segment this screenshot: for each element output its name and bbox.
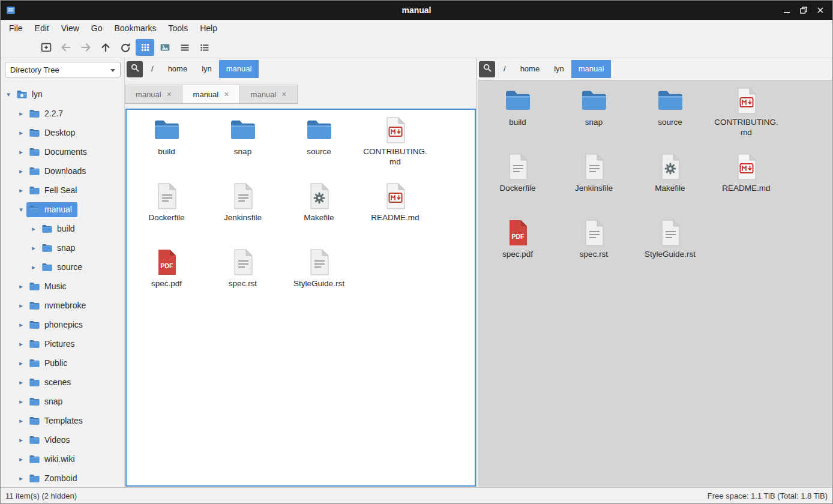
chevron-collapsed-icon[interactable]: ▸ <box>29 225 38 233</box>
file-item-source[interactable]: source <box>281 113 357 176</box>
sidebar-item-phonepics[interactable]: ▸phonepics <box>1 315 124 334</box>
reload-button[interactable] <box>116 39 134 56</box>
sidebar-item-music[interactable]: ▸Music <box>1 277 124 296</box>
right-breadcrumb-root[interactable]: / <box>496 60 513 78</box>
file-item-jenkinsfile[interactable]: Jenkinsfile <box>556 150 632 212</box>
sidebar-item-templates[interactable]: ▸Templates <box>1 411 124 430</box>
left-file-view[interactable]: buildsnapsourceCONTRIBUTING.mdDockerfile… <box>125 109 476 487</box>
menu-go[interactable]: Go <box>85 20 109 37</box>
file-item-build[interactable]: build <box>480 84 556 146</box>
tab-manual-1[interactable]: manual× <box>182 85 240 104</box>
chevron-collapsed-icon[interactable]: ▸ <box>17 359 25 367</box>
file-item-contributing-md[interactable]: CONTRIBUTING.md <box>357 113 433 176</box>
left-breadcrumb-lyn[interactable]: lyn <box>194 60 219 78</box>
sidebar-item-public[interactable]: ▸Public <box>1 353 124 373</box>
file-item-spec-pdf[interactable]: PDFspec.pdf <box>128 245 205 308</box>
sidebar-item-scenes[interactable]: ▸scenes <box>1 373 124 392</box>
file-item-styleguide-rst[interactable]: StyleGuide.rst <box>632 216 708 278</box>
restore-button[interactable] <box>795 2 812 19</box>
chevron-expanded-icon[interactable]: ▾ <box>4 91 13 98</box>
left-path-search-button[interactable] <box>127 61 143 77</box>
right-path-search-button[interactable] <box>479 61 495 77</box>
detailed-list-view-button[interactable] <box>195 39 214 56</box>
file-item-readme-md[interactable]: README.md <box>708 150 784 212</box>
sidebar-item-videos[interactable]: ▸Videos <box>1 430 124 449</box>
chevron-collapsed-icon[interactable]: ▸ <box>29 263 38 271</box>
compact-view-button[interactable] <box>175 39 194 56</box>
tab-close-icon[interactable]: × <box>281 90 286 98</box>
sidebar-item-documents[interactable]: ▸Documents <box>1 142 124 161</box>
chevron-collapsed-icon[interactable]: ▸ <box>17 475 25 482</box>
chevron-collapsed-icon[interactable]: ▸ <box>17 321 25 329</box>
right-breadcrumb-home[interactable]: home <box>513 60 547 78</box>
tab-manual-2[interactable]: manual× <box>240 85 298 104</box>
menu-bookmarks[interactable]: Bookmarks <box>108 20 162 37</box>
left-breadcrumb-root[interactable]: / <box>144 60 161 78</box>
chevron-collapsed-icon[interactable]: ▸ <box>29 244 38 252</box>
file-item-dockerfile[interactable]: Dockerfile <box>480 150 556 212</box>
thumbnail-view-button[interactable] <box>155 39 174 56</box>
sidebar-item-downloads[interactable]: ▸Downloads <box>1 161 124 181</box>
menu-file[interactable]: File <box>3 20 29 37</box>
sidebar-item-2-2-7[interactable]: ▸2.2.7 <box>1 104 124 123</box>
sidebar-item-manual[interactable]: ▾manual <box>1 200 124 219</box>
sidebar-item-pictures[interactable]: ▸Pictures <box>1 334 124 353</box>
file-item-build[interactable]: build <box>128 113 205 176</box>
file-item-dockerfile[interactable]: Dockerfile <box>128 179 205 242</box>
file-item-spec-rst[interactable]: spec.rst <box>205 245 281 308</box>
up-button[interactable] <box>96 39 115 56</box>
file-item-styleguide-rst[interactable]: StyleGuide.rst <box>281 245 357 308</box>
sidebar-item-lyn[interactable]: ▾lyn <box>1 85 124 104</box>
file-item-source[interactable]: source <box>632 84 708 146</box>
file-item-spec-pdf[interactable]: PDFspec.pdf <box>480 216 556 278</box>
sidebar-item-source[interactable]: ▸source <box>1 257 124 277</box>
tab-close-icon[interactable]: × <box>167 90 172 98</box>
chevron-collapsed-icon[interactable]: ▸ <box>17 302 25 310</box>
sidebar-item-nvmebroke[interactable]: ▸nvmebroke <box>1 296 124 315</box>
sidebar-item-snap[interactable]: ▸snap <box>1 392 124 411</box>
menu-view[interactable]: View <box>55 20 85 37</box>
chevron-collapsed-icon[interactable]: ▸ <box>17 283 25 290</box>
chevron-collapsed-icon[interactable]: ▸ <box>17 417 25 425</box>
file-item-snap[interactable]: snap <box>205 113 281 176</box>
chevron-collapsed-icon[interactable]: ▸ <box>17 167 25 175</box>
sidebar-item-desktop[interactable]: ▸Desktop <box>1 123 124 142</box>
minimize-button[interactable] <box>778 2 795 19</box>
sidebar-item-fell-seal[interactable]: ▸Fell Seal <box>1 181 124 200</box>
chevron-collapsed-icon[interactable]: ▸ <box>17 110 25 118</box>
back-button[interactable] <box>56 39 75 56</box>
chevron-expanded-icon[interactable]: ▾ <box>17 206 25 214</box>
left-breadcrumb-manual[interactable]: manual <box>219 60 259 78</box>
tab-close-icon[interactable]: × <box>224 90 229 98</box>
sidebar-mode-select[interactable]: Directory Tree <box>5 62 121 77</box>
menu-edit[interactable]: Edit <box>29 20 55 37</box>
tab-manual-0[interactable]: manual× <box>125 85 182 104</box>
menu-tools[interactable]: Tools <box>163 20 194 37</box>
forward-button[interactable] <box>76 39 95 56</box>
file-item-snap[interactable]: snap <box>556 84 632 146</box>
chevron-collapsed-icon[interactable]: ▸ <box>17 379 25 386</box>
menu-help[interactable]: Help <box>194 20 223 37</box>
left-breadcrumb-home[interactable]: home <box>161 60 195 78</box>
file-item-jenkinsfile[interactable]: Jenkinsfile <box>205 179 281 242</box>
file-item-makefile[interactable]: Makefile <box>281 179 357 242</box>
chevron-collapsed-icon[interactable]: ▸ <box>17 455 25 463</box>
chevron-collapsed-icon[interactable]: ▸ <box>17 436 25 444</box>
file-item-contributing-md[interactable]: CONTRIBUTING.md <box>708 84 784 146</box>
file-item-spec-rst[interactable]: spec.rst <box>556 216 632 278</box>
chevron-collapsed-icon[interactable]: ▸ <box>17 148 25 156</box>
chevron-collapsed-icon[interactable]: ▸ <box>17 187 25 194</box>
file-item-makefile[interactable]: Makefile <box>632 150 708 212</box>
right-file-view[interactable]: buildsnapsourceCONTRIBUTING.mdDockerfile… <box>478 80 832 487</box>
titlebar[interactable]: manual <box>1 1 832 20</box>
chevron-collapsed-icon[interactable]: ▸ <box>17 340 25 348</box>
close-button[interactable] <box>812 2 829 19</box>
right-breadcrumb-manual[interactable]: manual <box>571 60 612 78</box>
chevron-collapsed-icon[interactable]: ▸ <box>17 398 25 406</box>
icon-view-button[interactable] <box>136 39 154 56</box>
chevron-collapsed-icon[interactable]: ▸ <box>17 129 25 137</box>
file-item-readme-md[interactable]: README.md <box>357 179 433 242</box>
sidebar-item-build[interactable]: ▸build <box>1 219 124 238</box>
right-breadcrumb-lyn[interactable]: lyn <box>547 60 571 78</box>
sidebar-item-zomboid[interactable]: ▸Zomboid <box>1 469 124 487</box>
